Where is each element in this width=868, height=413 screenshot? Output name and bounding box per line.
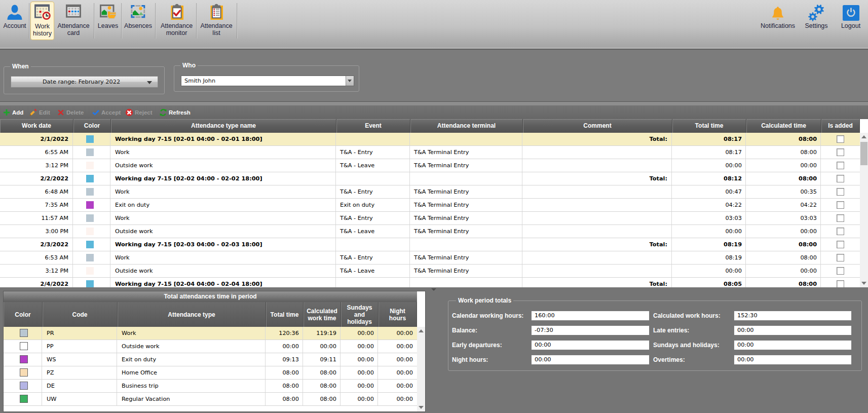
date-range-dropdown[interactable]: Date range: February 2022 (11, 76, 158, 88)
is-added-checkbox[interactable] (837, 162, 844, 169)
grid-row[interactable]: 6:53 AMWorkT&A - EntryT&A Terminal Entry… (0, 251, 860, 265)
is-added-checkbox[interactable] (837, 254, 844, 261)
is-added-checkbox[interactable] (837, 148, 844, 156)
ribbon-button-attendance-card[interactable]: Attendance card (55, 2, 92, 40)
grid-row[interactable]: 3:12 PMOutside workT&A - LeaveT&A Termin… (0, 159, 860, 172)
wpt-field-input[interactable]: 160:00 (531, 311, 650, 321)
grid-column-header[interactable]: Attendance type name (111, 119, 336, 133)
ribbon-button-settings[interactable]: Settings (803, 2, 829, 40)
grid-cell (821, 146, 859, 159)
grid-row[interactable]: 2/1/2022Working day 7-15 [02-01 04:00 - … (0, 133, 860, 146)
totals-row[interactable]: DEBusiness trip08:0008:0000:0000:00 (4, 380, 417, 393)
grid-cell: T&A Terminal Entry (410, 225, 522, 238)
add-button[interactable]: Add (3, 105, 23, 119)
wpt-field-input[interactable]: 00:00 (734, 340, 852, 350)
grid-column-header[interactable]: Event (336, 119, 410, 133)
up-arrow-icon (419, 329, 424, 332)
grid-row[interactable]: 11:57 AMWorkT&A - EntryT&A Terminal Entr… (0, 212, 860, 225)
delete-icon (57, 108, 65, 117)
is-added-checkbox[interactable] (837, 175, 844, 182)
is-added-checkbox[interactable] (837, 135, 844, 143)
is-added-checkbox[interactable] (837, 241, 844, 248)
wpt-field-input[interactable]: 152:30 (734, 311, 852, 321)
grid-row[interactable]: 6:55 AMWorkT&A - EntryT&A Terminal Entry… (0, 146, 860, 159)
color-swatch (86, 254, 94, 261)
totals-cell: 00:00 (341, 380, 378, 392)
ribbon-label: Settings (803, 22, 829, 29)
totals-column-header[interactable]: Attendance type (118, 302, 266, 327)
is-added-checkbox[interactable] (837, 201, 844, 209)
scrollbar-thumb[interactable] (860, 142, 867, 165)
splitter-collapse-icon[interactable] (431, 288, 436, 291)
grid-row[interactable]: 2/2/2022Working day 7-15 [02-02 04:00 - … (0, 172, 860, 185)
totals-column-header[interactable]: Total time (266, 302, 304, 327)
totals-vertical-scrollbar[interactable] (417, 327, 425, 411)
accept-button[interactable]: Accept (91, 105, 121, 119)
totals-row[interactable]: PZHome Office08:0008:0000:0000:00 (4, 366, 417, 380)
totals-column-header[interactable]: Color (4, 302, 43, 327)
grid-cell: Outside work (111, 225, 336, 238)
grid-column-header[interactable]: Attendance terminal (410, 119, 523, 133)
scroll-down-button[interactable] (417, 403, 425, 411)
grid-row[interactable]: 6:48 AMWorkT&A - EntryT&A Terminal Entry… (0, 185, 860, 199)
delete-button[interactable]: Delete (57, 105, 84, 119)
grid-row[interactable]: 2/4/2022Working day 7-15 [02-04 04:00 - … (0, 278, 860, 287)
totals-row[interactable]: PRWork120:36119:1900:0000:00 (4, 327, 417, 340)
ribbon-button-notifications[interactable]: Notifications (759, 2, 797, 40)
ribbon-button-account[interactable]: Account (1, 2, 29, 40)
scroll-up-button[interactable] (417, 327, 425, 335)
grid-row[interactable]: 7:35 AMExit on dutyExit on dutyT&A Termi… (0, 199, 860, 212)
grid-column-header[interactable]: Color (73, 119, 111, 133)
totals-column-header[interactable]: Calculated work time (304, 302, 341, 327)
is-added-checkbox[interactable] (837, 214, 844, 222)
grid-column-header[interactable]: Calculated time (746, 119, 821, 133)
wpt-field-input[interactable]: -07:30 (531, 325, 650, 335)
grid-column-header[interactable]: Work date (0, 119, 73, 133)
wpt-field-input[interactable]: 00:00 (531, 340, 650, 350)
who-combobox[interactable]: Smith John (181, 76, 354, 86)
scroll-up-button[interactable] (860, 133, 868, 141)
grid-cell: Working day 7-15 [02-04 04:00 - 02-04 18… (111, 278, 336, 287)
totals-column-header[interactable]: Sundays and holidays (341, 302, 379, 327)
wpt-field-input[interactable]: 00:00 (734, 325, 852, 335)
down-arrow-icon (419, 406, 424, 409)
grid-cell: Work (111, 146, 336, 159)
wpt-field-input[interactable]: 00:00 (734, 355, 852, 365)
grid-row[interactable]: 3:12 PMOutside workT&A - LeaveT&A Termin… (0, 265, 860, 278)
grid-column-header[interactable]: Is added (821, 119, 860, 133)
is-added-checkbox[interactable] (837, 228, 844, 235)
totals-column-header[interactable]: Code (43, 302, 118, 327)
scroll-down-button[interactable] (860, 279, 868, 287)
is-added-checkbox[interactable] (837, 267, 844, 275)
grid-cell: 00:00 (672, 159, 746, 172)
ribbon-button-leaves[interactable]: Leaves (96, 2, 120, 40)
ribbon-button-logout[interactable]: Logout (839, 2, 862, 40)
grid-row[interactable]: 3:00 PMOutside workT&A - LeaveT&A Termin… (0, 225, 860, 238)
totals-column-header[interactable]: Night hours (379, 302, 417, 327)
edit-button[interactable]: Edit (29, 105, 50, 119)
totals-row[interactable]: PPOutside work00:0000:0000:0000:00 (4, 340, 417, 353)
wpt-field-label: Overtimes: (653, 355, 685, 365)
grid-column-header[interactable]: Total time (672, 119, 746, 133)
work-history-icon (34, 4, 51, 22)
totals-row[interactable]: WSExit on duty09:1309:1100:0000:00 (4, 353, 417, 366)
ribbon-button-work-history[interactable]: Work history (30, 2, 54, 40)
reject-button[interactable]: Reject (125, 105, 153, 119)
who-dropdown-button[interactable] (346, 76, 354, 86)
totals-cell: 08:00 (304, 380, 341, 392)
bottom-section: Total attendances time in period ColorCo… (0, 287, 868, 413)
totals-cell: 08:00 (266, 366, 303, 379)
refresh-button[interactable]: Refresh (159, 105, 191, 119)
grid-row[interactable]: 2/3/2022Working day 7-15 [02-03 04:00 - … (0, 238, 860, 251)
ribbon-button-absences[interactable]: Absences (122, 2, 154, 40)
is-added-checkbox[interactable] (837, 280, 844, 287)
ribbon-button-attendance-monitor[interactable]: Attendance monitor (157, 2, 196, 40)
is-added-checkbox[interactable] (837, 188, 844, 196)
totals-cell (4, 340, 42, 353)
totals-row[interactable]: UWRegular Vacation08:0008:0000:0000:00 (4, 393, 417, 406)
grid-column-header[interactable]: Comment (523, 119, 672, 133)
wpt-field-input[interactable]: 00:00 (531, 355, 650, 365)
grid-cell: 2/1/2022 (0, 133, 73, 145)
grid-vertical-scrollbar[interactable] (860, 133, 868, 287)
ribbon-button-attendance-list[interactable]: Attendance list (198, 2, 235, 40)
